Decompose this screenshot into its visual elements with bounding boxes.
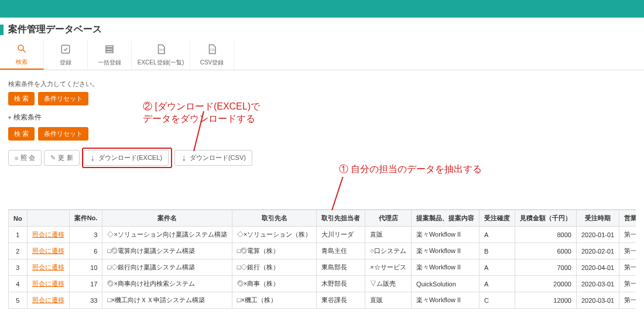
col-header[interactable]: 見積金額（千円） [515,210,576,227]
annotation-line-1 [331,177,343,211]
cell: 2020-03-01 [576,292,619,309]
cell: 第一営業 [619,276,636,292]
cell: 2020-01-01 [576,227,619,243]
cell: 大川リーダ [317,227,365,243]
highlight-annotation-box: ⭳ ダウンロード(EXCEL) [82,148,172,168]
cell: 17 [69,276,102,292]
col-header[interactable]: No [9,210,28,227]
detail-link[interactable]: 照会に遷移 [32,247,64,254]
download-csv-button[interactable]: ⭳ ダウンロード(CSV) [174,150,252,166]
detail-link-cell[interactable]: 照会に遷移 [27,259,69,276]
col-header[interactable]: 受注確度 [479,210,515,227]
svg-text:CSV: CSV [210,49,215,52]
detail-link[interactable]: 照会に遷移 [32,280,64,287]
cell: □◇銀行（株） [232,259,316,276]
col-header[interactable]: 取引先担当者 [317,210,365,227]
results-table-wrap[interactable]: No案件No.案件名取引先名取引先担当者代理店提案製品、提案内容受注確度見積金額… [8,209,636,309]
tab-register[interactable]: 登録 [44,40,88,70]
svg-text:XLS: XLS [159,49,165,52]
cell: A [479,227,515,243]
cell: 6 [69,243,102,259]
edit-icon [60,44,71,57]
col-header[interactable]: 受注時期 [576,210,619,227]
dl-csv-label: ダウンロード(CSV) [190,153,246,162]
tab-bulk-register[interactable]: 一括登録 [88,40,132,70]
download-icon: ⭳ [181,155,187,162]
cell: ○口システム [365,243,412,259]
svg-rect-2 [61,45,70,53]
detail-link-cell[interactable]: 照会に遷移 [27,243,69,259]
col-header[interactable]: 案件No. [69,210,102,227]
annotation-2-line1: ② [ダウンロード(EXCEL)で [143,101,260,113]
search-note: 検索条件を入力してください。 [8,80,636,88]
svg-line-1 [23,50,26,53]
detail-link-cell[interactable]: 照会に遷移 [27,292,69,309]
col-header[interactable]: 案件名 [102,210,232,227]
tab-label: 一括登録 [98,59,121,67]
cell: 10 [69,259,102,276]
annotation-layer: ① 自分の担当のデータを抽出する [8,168,636,209]
cell: 青島主任 [317,243,365,259]
list-icon: ≡ [15,155,18,162]
tab-label: 登録 [60,59,71,67]
col-header[interactable]: 取引先名 [232,210,316,227]
criteria-expander[interactable]: ▾ 検索条件 [8,112,636,122]
col-header[interactable]: 提案製品、提案内容 [411,210,479,227]
cell: 3 [9,259,28,276]
cell: 第一営業 [619,227,636,243]
search-button-2[interactable]: 検 索 [8,127,35,141]
tab-excel-register[interactable]: XLS EXCEL登録(一覧) [132,40,190,70]
results-table: No案件No.案件名取引先名取引先担当者代理店提案製品、提案内容受注確度見積金額… [8,210,636,309]
cell: ◎×商事向け社内検索システム [102,276,232,292]
cell: 6000 [515,243,576,259]
pencil-icon: ✎ [50,154,56,162]
cell: 直販 [365,292,412,309]
update-button[interactable]: ✎ 更 新 [44,150,79,166]
dl-excel-label: ダウンロード(EXCEL) [98,153,162,162]
download-excel-button[interactable]: ⭳ ダウンロード(EXCEL) [83,150,169,166]
table-row: 5照会に遷移33□×機工向けＸＸ申請システム構築□×機工（株）東谷課長直販楽々W… [9,292,636,309]
result-toolbar: ≡ 照 会 ✎ 更 新 ⭳ ダウンロード(EXCEL) ⭳ ダウンロード(CSV… [8,148,636,168]
cell: □◎電算（株） [232,243,316,259]
show-label: 照 会 [20,153,35,162]
detail-link-cell[interactable]: 照会に遷移 [27,276,69,292]
reset-button-2[interactable]: 条件リセット [38,127,88,141]
tab-label: 検索 [16,58,28,66]
cell: 直販 [365,227,412,243]
cell: 東島部長 [317,259,365,276]
cell: C [479,292,515,309]
col-header[interactable] [27,210,69,227]
cell: 12000 [515,292,576,309]
cell: □×機工（株） [232,292,316,309]
detail-link-cell[interactable]: 照会に遷移 [27,227,69,243]
cell: ◎×商事（株） [232,276,316,292]
svg-point-0 [18,45,23,50]
detail-link[interactable]: 照会に遷移 [32,264,64,271]
cell: ◇×ソリューション（株） [232,227,316,243]
show-button[interactable]: ≡ 照 会 [8,150,42,166]
cell: 木野部長 [317,276,365,292]
tab-search[interactable]: 検索 [0,40,44,70]
search-icon [16,43,27,57]
svg-rect-3 [106,46,113,47]
cell: 楽々Workflow II [411,243,479,259]
cell: 1 [9,227,28,243]
update-label: 更 新 [58,153,73,162]
col-header[interactable]: 代理店 [365,210,412,227]
cell: 東谷課長 [317,292,365,309]
cell: □◎電算向け稟議システム構築 [102,243,232,259]
reset-button[interactable]: 条件リセット [38,92,88,105]
search-button[interactable]: 検 索 [8,92,35,105]
detail-link[interactable]: 照会に遷移 [32,231,64,238]
annotation-1: ① 自分の担当のデータを抽出する [339,163,482,176]
col-header[interactable]: 営業担当部署 [619,210,636,227]
tab-label: EXCEL登録(一覧) [138,59,184,67]
detail-link[interactable]: 照会に遷移 [32,296,64,303]
tab-csv-register[interactable]: CSV CSV登録 [190,40,234,70]
chevron-down-icon: ▾ [8,114,11,121]
cell: 第一営業 [619,243,636,259]
cell: 第一営業 [619,259,636,276]
cell: QuickSolution [411,276,479,292]
cell: 20000 [515,276,576,292]
table-row: 1照会に遷移3◇×ソリューション向け稟議システム構築◇×ソリューション（株）大川… [9,227,636,243]
